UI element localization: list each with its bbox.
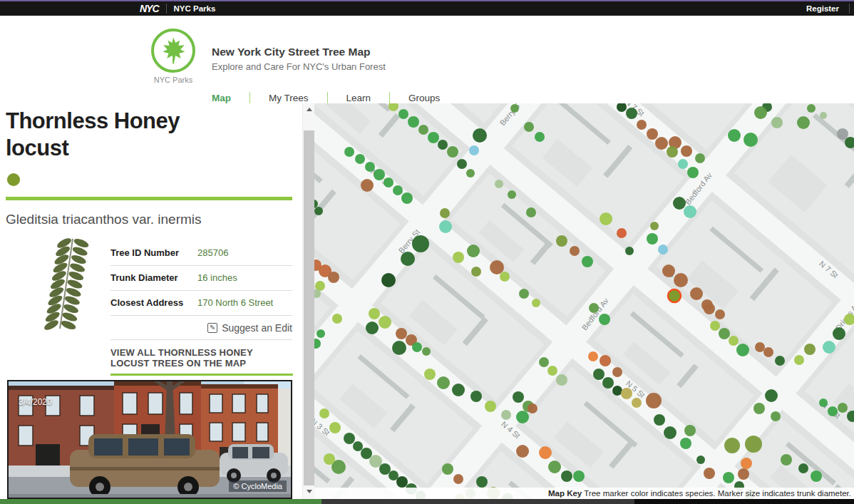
tree-marker[interactable] xyxy=(593,369,605,380)
tree-marker[interactable] xyxy=(704,303,715,314)
tree-marker[interactable] xyxy=(418,125,428,135)
tree-marker[interactable] xyxy=(466,169,475,178)
tree-marker[interactable] xyxy=(366,322,379,334)
tree-marker[interactable] xyxy=(471,267,481,277)
tree-marker[interactable] xyxy=(704,468,715,479)
tree-marker[interactable] xyxy=(681,145,692,157)
tree-marker[interactable] xyxy=(741,458,752,469)
tree-marker[interactable] xyxy=(781,454,792,466)
tree-marker[interactable] xyxy=(654,414,665,426)
tree-marker[interactable] xyxy=(819,398,828,407)
tree-marker[interactable] xyxy=(600,355,611,366)
tree-marker[interactable] xyxy=(833,327,845,340)
scrollbar-thumb[interactable] xyxy=(304,130,314,485)
scrollbar-up-button[interactable] xyxy=(303,103,315,115)
tree-marker[interactable] xyxy=(647,233,658,245)
tree-marker[interactable] xyxy=(662,264,675,277)
tree-marker[interactable] xyxy=(632,398,642,408)
tree-marker[interactable] xyxy=(379,316,391,329)
tree-marker[interactable] xyxy=(452,384,465,396)
tree-marker[interactable] xyxy=(823,341,835,354)
tree-marker[interactable] xyxy=(344,147,354,157)
tree-marker[interactable] xyxy=(344,433,355,444)
tree-marker[interactable] xyxy=(457,159,467,169)
tree-marker[interactable] xyxy=(678,159,688,169)
tree-marker[interactable] xyxy=(389,470,398,480)
tree-marker[interactable] xyxy=(612,367,622,377)
tree-marker[interactable] xyxy=(396,476,408,488)
tree-marker[interactable] xyxy=(602,377,614,389)
tree-marker[interactable] xyxy=(820,112,827,119)
tree-marker[interactable] xyxy=(408,116,419,128)
tree-marker[interactable] xyxy=(476,476,488,488)
tree-marker[interactable] xyxy=(680,438,691,449)
tree-marker[interactable] xyxy=(684,205,696,218)
tree-marker[interactable] xyxy=(684,425,696,436)
tree-marker[interactable] xyxy=(771,411,781,421)
tree-marker[interactable] xyxy=(811,470,822,482)
tree-marker[interactable] xyxy=(655,137,668,150)
tree-marker[interactable] xyxy=(369,308,380,319)
tree-marker[interactable] xyxy=(516,411,529,423)
tree-marker[interactable] xyxy=(570,246,580,256)
tree-marker[interactable] xyxy=(600,212,612,225)
tree-marker[interactable] xyxy=(738,468,749,480)
tree-marker[interactable] xyxy=(556,374,567,386)
tree-marker[interactable] xyxy=(794,355,804,365)
tree-marker[interactable] xyxy=(753,403,765,414)
tree-map[interactable]: Berry SBerry StBedford AvBedford AvDrigg… xyxy=(314,103,854,504)
tree-marker[interactable] xyxy=(797,116,810,129)
tree-marker[interactable] xyxy=(401,252,415,266)
tree-marker[interactable] xyxy=(516,445,529,458)
panel-scrollbar[interactable] xyxy=(302,103,314,499)
tree-marker[interactable] xyxy=(332,314,342,324)
tree-marker[interactable] xyxy=(379,463,391,475)
tree-marker[interactable] xyxy=(490,260,504,274)
tree-marker[interactable] xyxy=(384,178,393,187)
tree-marker[interactable] xyxy=(470,391,482,402)
tree-marker[interactable] xyxy=(807,104,816,113)
tree-marker[interactable] xyxy=(573,470,585,482)
tree-marker[interactable] xyxy=(365,162,375,172)
tree-marker[interactable] xyxy=(396,328,407,339)
tree-marker[interactable] xyxy=(315,281,325,291)
tree-marker[interactable] xyxy=(526,207,536,217)
tree-marker[interactable] xyxy=(319,408,329,418)
tree-marker[interactable] xyxy=(690,287,703,300)
tree-marker[interactable] xyxy=(495,180,503,188)
tree-marker[interactable] xyxy=(398,109,408,119)
tree-marker[interactable] xyxy=(719,328,730,339)
tree-marker[interactable] xyxy=(674,273,688,287)
view-all-species-link[interactable]: VIEW ALL THORNLESS HONEY LOCUST TREES ON… xyxy=(110,347,293,376)
tree-marker[interactable] xyxy=(646,393,662,408)
tree-marker[interactable] xyxy=(539,446,552,459)
tree-marker[interactable] xyxy=(508,190,516,199)
tree-marker[interactable] xyxy=(664,426,676,439)
tree-marker[interactable] xyxy=(500,272,510,282)
tree-marker[interactable] xyxy=(723,472,734,483)
nyc-logo[interactable]: NYC xyxy=(140,3,159,14)
tree-marker[interactable] xyxy=(763,347,773,357)
tree-marker[interactable] xyxy=(744,133,758,147)
tree-marker[interactable] xyxy=(453,474,463,484)
tree-marker[interactable] xyxy=(424,369,436,380)
tree-marker[interactable] xyxy=(626,108,637,119)
tree-marker[interactable] xyxy=(556,235,567,247)
tree-marker[interactable] xyxy=(754,106,767,119)
tree-marker[interactable] xyxy=(548,461,561,473)
tree-marker[interactable] xyxy=(329,422,341,433)
tree-marker[interactable] xyxy=(401,192,413,204)
tree-marker[interactable] xyxy=(673,197,686,210)
tree-marker[interactable] xyxy=(658,245,668,254)
tree-marker[interactable] xyxy=(775,356,785,366)
tree-marker[interactable] xyxy=(519,289,529,299)
tree-marker[interactable] xyxy=(612,386,622,396)
tree-marker[interactable] xyxy=(513,391,524,403)
tree-marker[interactable] xyxy=(439,220,452,233)
tree-marker[interactable] xyxy=(440,208,450,218)
tree-marker[interactable] xyxy=(637,120,647,130)
tree-marker[interactable] xyxy=(528,403,537,413)
tree-marker[interactable] xyxy=(687,167,699,178)
tree-marker[interactable] xyxy=(532,299,540,307)
tree-marker[interactable] xyxy=(317,329,325,338)
